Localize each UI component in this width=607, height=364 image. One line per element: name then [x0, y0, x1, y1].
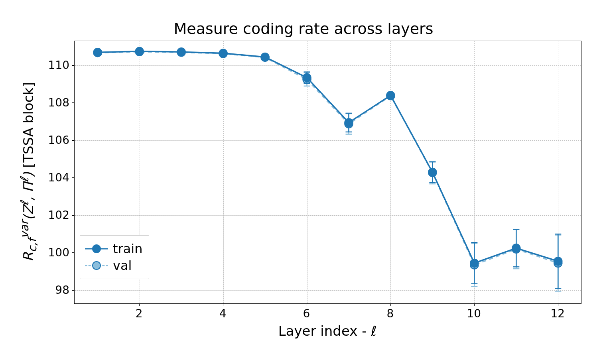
legend-label-train: train: [113, 241, 142, 256]
tick-mark-y: [72, 252, 75, 253]
tick-mark-y: [72, 290, 75, 291]
plot-area: [74, 41, 581, 304]
x-tick-label: 2: [136, 307, 143, 320]
marker-train: [261, 53, 269, 61]
legend-swatch-train: [85, 244, 108, 253]
chart-title: Measure coding rate across layers: [0, 20, 607, 37]
x-tick-label: 8: [387, 307, 394, 320]
figure: Measure coding rate across layers Rc,fva…: [0, 0, 607, 364]
legend: train val: [80, 235, 149, 279]
tick-mark-x: [139, 303, 140, 306]
x-tick-label: 4: [219, 307, 227, 320]
y-tick-label: 100: [48, 246, 69, 259]
tick-mark-x: [390, 303, 391, 306]
legend-entry-val: val: [85, 258, 142, 273]
x-tick-label: 10: [467, 307, 481, 320]
series-line-val: [98, 52, 558, 265]
x-axis-label: Layer index - ℓ: [278, 323, 377, 339]
tick-mark-x: [474, 303, 475, 306]
marker-train: [428, 168, 436, 176]
marker-train: [554, 257, 562, 265]
series-train: [94, 47, 562, 289]
legend-entry-train: train: [85, 241, 142, 256]
legend-label-val: val: [113, 258, 132, 273]
tick-mark-x: [558, 303, 559, 306]
tick-mark-y: [72, 177, 75, 178]
y-tick-label: 110: [48, 59, 69, 72]
y-tick-label: 98: [55, 283, 69, 297]
marker-train: [386, 91, 394, 99]
x-tick-label: 6: [303, 307, 310, 320]
tick-mark-y: [72, 102, 75, 103]
legend-swatch-val: [85, 261, 108, 270]
series-line-train: [98, 51, 558, 263]
marker-train: [219, 49, 227, 57]
tick-mark-x: [223, 303, 224, 306]
marker-train: [94, 48, 102, 56]
y-axis-label: Rc,fvar(Zℓ, Πℓ) [TSSA block]: [18, 82, 39, 262]
series-val: [94, 48, 562, 291]
tick-mark-y: [72, 65, 75, 66]
y-tick-label: 102: [48, 209, 69, 222]
y-tick-label: 104: [48, 171, 69, 184]
y-tick-label: 108: [48, 96, 69, 109]
x-tick-label: 12: [550, 307, 565, 320]
marker-train: [345, 118, 353, 126]
marker-train: [512, 244, 520, 252]
marker-train: [136, 47, 144, 55]
marker-train: [303, 74, 311, 82]
tick-mark-x: [307, 303, 307, 306]
plot-svg: [75, 41, 581, 303]
tick-mark-y: [72, 215, 75, 216]
marker-train: [470, 259, 478, 267]
y-tick-label: 106: [48, 134, 69, 147]
tick-mark-y: [72, 140, 75, 141]
marker-train: [177, 48, 185, 56]
